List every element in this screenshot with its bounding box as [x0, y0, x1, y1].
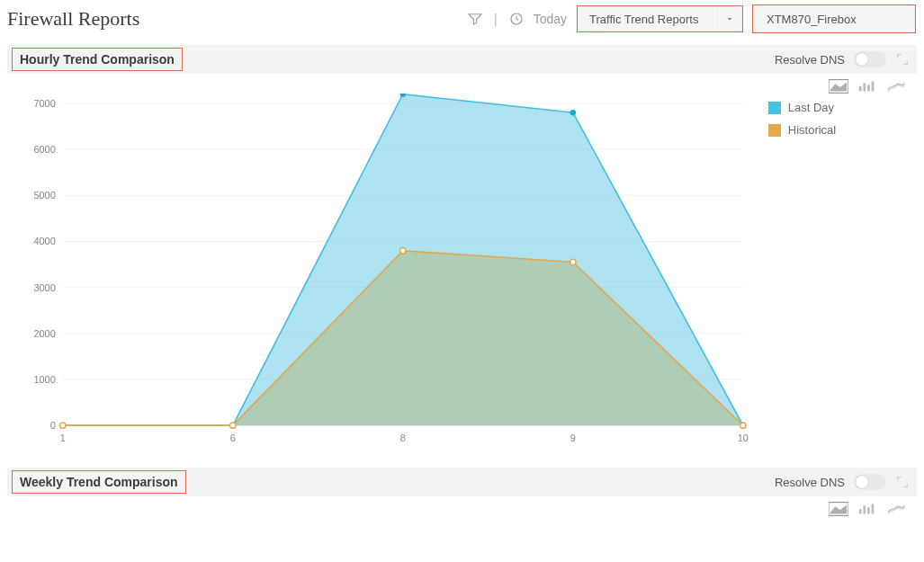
resolve-dns-label: Resolve DNS — [775, 53, 845, 67]
section-hourly: Hourly Trend Comparison Resolve DNS — [7, 45, 917, 460]
area-chart-icon[interactable] — [829, 79, 848, 94]
expand-icon[interactable] — [895, 52, 910, 67]
svg-rect-41 — [872, 504, 875, 514]
svg-text:10: 10 — [738, 433, 749, 443]
line-chart-icon[interactable] — [886, 502, 906, 516]
legend-label-b: Historical — [788, 123, 836, 137]
svg-text:6: 6 — [230, 433, 236, 443]
svg-rect-5 — [872, 82, 875, 92]
separator: | — [492, 12, 499, 26]
svg-rect-3 — [863, 83, 866, 91]
hourly-chart: 01000200030004000500060007000168910 — [18, 94, 761, 453]
svg-rect-40 — [867, 507, 870, 513]
page-title: Firewall Reports — [7, 7, 147, 31]
chart-legend: Last Day Historical — [761, 94, 906, 453]
svg-text:5000: 5000 — [33, 190, 55, 201]
report-type-value[interactable]: Traffic Trend Reports — [578, 6, 718, 31]
swatch-historical — [768, 124, 781, 137]
svg-rect-38 — [859, 509, 862, 514]
svg-point-34 — [400, 248, 406, 254]
area-chart-icon[interactable] — [829, 502, 848, 516]
section-header-weekly: Weekly Trend Comparison Resolve DNS — [7, 468, 917, 496]
svg-text:1000: 1000 — [33, 374, 55, 385]
section-header-hourly: Hourly Trend Comparison Resolve DNS — [7, 45, 917, 74]
line-chart-icon[interactable] — [886, 79, 906, 94]
svg-point-32 — [60, 423, 66, 428]
svg-rect-2 — [859, 86, 862, 92]
svg-text:9: 9 — [570, 433, 576, 443]
top-bar: Firewall Reports | Today Traffic Trend R… — [0, 0, 924, 38]
chart-type-row — [7, 74, 917, 94]
svg-text:0: 0 — [50, 420, 56, 431]
svg-point-35 — [570, 259, 576, 264]
chart-type-row — [7, 496, 917, 516]
svg-point-30 — [570, 110, 576, 115]
resolve-dns-toggle[interactable] — [854, 51, 886, 67]
legend-item-historical[interactable]: Historical — [768, 123, 902, 137]
section-title-weekly: Weekly Trend Comparison — [14, 473, 184, 491]
svg-point-36 — [740, 423, 746, 428]
bar-chart-icon[interactable] — [857, 79, 877, 94]
svg-text:4000: 4000 — [33, 236, 55, 246]
svg-text:2000: 2000 — [33, 328, 55, 339]
resolve-dns-label: Resolve DNS — [775, 476, 845, 489]
expand-icon[interactable] — [895, 475, 910, 489]
top-controls: | Today — [467, 11, 567, 27]
svg-text:3000: 3000 — [33, 282, 55, 293]
svg-point-33 — [230, 423, 236, 428]
device-value[interactable]: XTM870_Firebox — [767, 13, 857, 26]
clock-icon[interactable] — [508, 11, 525, 27]
svg-text:7000: 7000 — [33, 98, 55, 109]
bar-chart-icon[interactable] — [857, 502, 877, 516]
section-title-hourly: Hourly Trend Comparison — [14, 50, 180, 68]
device-dropdown[interactable]: XTM870_Firebox — [753, 5, 915, 32]
svg-text:1: 1 — [60, 433, 66, 443]
resolve-dns-toggle[interactable] — [854, 474, 886, 490]
svg-rect-39 — [863, 505, 866, 513]
section-weekly: Weekly Trend Comparison Resolve DNS — [7, 468, 917, 516]
legend-label-a: Last Day — [788, 101, 834, 114]
swatch-last-day — [768, 102, 781, 114]
svg-rect-4 — [867, 85, 870, 91]
chevron-down-icon[interactable] — [718, 6, 742, 31]
report-type-dropdown[interactable]: Traffic Trend Reports — [578, 6, 742, 31]
chart-area: 01000200030004000500060007000168910 Last… — [7, 94, 917, 460]
svg-text:6000: 6000 — [33, 144, 55, 155]
legend-item-last-day[interactable]: Last Day — [768, 101, 902, 114]
svg-text:8: 8 — [400, 433, 406, 443]
filter-icon[interactable] — [467, 11, 483, 27]
time-range-label[interactable]: Today — [534, 12, 567, 26]
